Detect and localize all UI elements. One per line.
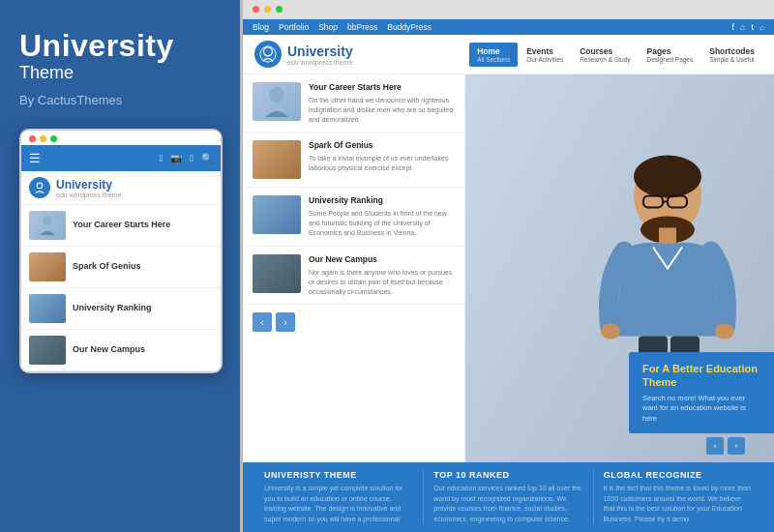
- mobile-browser-chrome: [21, 131, 221, 145]
- mobile-post-3-image: [29, 294, 66, 323]
- svg-point-3: [260, 46, 276, 62]
- svg-point-4: [269, 87, 284, 103]
- desktop-mockup: Blog Portfolio Shop bbPress BuddyPress f…: [243, 0, 774, 532]
- post-item-1: Your Career Starts Here On the other han…: [243, 74, 464, 133]
- dot-green: [50, 135, 57, 142]
- svg-point-6: [634, 156, 701, 198]
- site-toolbar: Blog Portfolio Shop bbPress BuddyPress f…: [243, 19, 774, 35]
- mobile-logo-text: University edu wordpress theme: [56, 178, 121, 198]
- post-2-thumb: [253, 140, 301, 179]
- site-logo-emblem: [254, 41, 282, 68]
- svg-point-12: [601, 324, 620, 340]
- hero-section: For A Better Education Theme Search no m…: [465, 74, 774, 462]
- toolbar-facebook-icon[interactable]: f: [732, 22, 735, 32]
- site-header: University edu wordpress theme Home All …: [243, 35, 774, 74]
- dot-red: [29, 135, 36, 142]
- mobile-post-4-image: [29, 336, 66, 365]
- toolbar-nav: Blog Portfolio Shop bbPress BuddyPress: [253, 22, 432, 32]
- posts-sidebar: Your Career Starts Here On the other han…: [243, 74, 465, 462]
- post-3-content: University Ranking Some People and Stude…: [309, 195, 455, 237]
- theme-author: By CactusThemes: [19, 93, 221, 107]
- mobile-post-4-title: Our New Campus: [73, 344, 145, 356]
- search-icon[interactable]: 🔍: [201, 153, 213, 163]
- dot-yellow: [40, 135, 46, 142]
- site-main: Your Career Starts Here On the other han…: [243, 74, 774, 462]
- next-post-button[interactable]: ›: [276, 312, 295, 332]
- browser-dot-green: [276, 6, 283, 13]
- site-logo-text: University edu wordpress theme: [287, 44, 353, 66]
- svg-point-0: [37, 183, 43, 189]
- toolbar-home-icon[interactable]: ⌂: [740, 22, 745, 32]
- post-2-content: Spark Of Genius To take a trivial exampl…: [309, 140, 455, 173]
- browser-dot-red: [253, 6, 259, 13]
- mobile-post-2-title: Spark Of Genius: [73, 261, 141, 273]
- browser-chrome: [243, 0, 774, 19]
- site-nav: Home All Sections Events Our Activities …: [469, 43, 762, 67]
- left-panel: University Theme By CactusThemes ☰  📷 …: [0, 0, 240, 532]
- theme-title: University Theme: [19, 29, 221, 89]
- nav-courses[interactable]: Courses Research & Study: [572, 43, 638, 67]
- post-item-4: Our New Campus Nor again is there anyone…: [243, 247, 464, 305]
- svg-point-13: [715, 324, 734, 340]
- hero-cta-box: For A Better Education Theme Search no m…: [629, 352, 774, 433]
- post-4-thumb: [253, 254, 301, 293]
- toolbar-buddypress[interactable]: BuddyPress: [387, 22, 432, 32]
- mobile-feed: Your Career Starts Here Spark Of Genius …: [21, 205, 221, 371]
- nav-shortcodes[interactable]: Shortcodes Simple & Useful: [701, 43, 762, 67]
- mobile-post-2: Spark Of Genius: [21, 247, 221, 288]
- mobile-logo-emblem: [29, 177, 50, 198]
- toolbar-portfolio[interactable]: Portfolio: [279, 22, 309, 32]
- slide-nav: ‹ ›: [706, 437, 745, 455]
- twitter-icon[interactable]: : [190, 153, 194, 163]
- post-3-thumb: [253, 195, 301, 234]
- mobile-post-1: Your Career Starts Here: [21, 205, 221, 247]
- post-1-content: Your Career Starts Here On the other han…: [309, 82, 455, 124]
- hamburger-icon[interactable]: ☰: [29, 151, 41, 165]
- svg-point-2: [264, 47, 273, 56]
- nav-home[interactable]: Home All Sections: [469, 43, 518, 67]
- website-content: Blog Portfolio Shop bbPress BuddyPress f…: [243, 19, 774, 532]
- site-bottom: UNIVERISTY THEME University is a simple …: [243, 462, 774, 532]
- mobile-post-3: University Ranking: [21, 288, 221, 330]
- right-panel: Blog Portfolio Shop bbPress BuddyPress f…: [240, 0, 774, 532]
- mobile-nav-bar: ☰  📷  🔍: [21, 145, 221, 171]
- mobile-nav-icons:  📷  🔍: [160, 153, 213, 163]
- slide-next-button[interactable]: ›: [728, 437, 745, 455]
- mobile-post-2-image: [29, 252, 66, 281]
- toolbar-bbpress[interactable]: bbPress: [347, 22, 377, 32]
- bottom-col-1: UNIVERISTY THEME University is a simple …: [254, 470, 424, 524]
- bottom-col-2: TOP 10 RANKED Our education services ran…: [424, 470, 593, 524]
- slide-prev-button[interactable]: ‹: [706, 437, 724, 455]
- mobile-post-3-title: University Ranking: [73, 303, 152, 314]
- bottom-col-3: GLOBAL RECOGNIZE It is the fact that thi…: [594, 470, 762, 524]
- nav-events[interactable]: Events Our Activities: [519, 43, 571, 67]
- mobile-mockup: ☰  📷  🔍 University edu wordpress theme: [19, 129, 223, 373]
- post-item-3: University Ranking Some People and Stude…: [243, 188, 464, 246]
- post-4-content: Our New Campus Nor again is there anyone…: [309, 254, 455, 296]
- mobile-post-1-title: Your Career Starts Here: [73, 220, 170, 231]
- camera-icon[interactable]: 📷: [170, 153, 182, 163]
- browser-dot-yellow: [264, 6, 271, 13]
- toolbar-social: f ⌂ t ⌕: [732, 22, 764, 32]
- post-item-2: Spark Of Genius To take a trivial exampl…: [243, 133, 464, 188]
- facebook-icon[interactable]: : [160, 153, 164, 163]
- svg-point-1: [43, 216, 52, 225]
- toolbar-search-icon[interactable]: ⌕: [759, 22, 764, 32]
- site-logo: University edu wordpress theme: [254, 41, 353, 68]
- post-1-thumb: [253, 82, 301, 121]
- toolbar-blog[interactable]: Blog: [253, 22, 269, 32]
- mobile-post-4: Our New Campus: [21, 330, 221, 371]
- prev-post-button[interactable]: ‹: [253, 312, 272, 332]
- posts-nav: ‹ ›: [243, 305, 464, 340]
- toolbar-shop[interactable]: Shop: [318, 22, 338, 32]
- nav-pages[interactable]: Pages Designed Pages: [640, 43, 701, 67]
- toolbar-twitter-icon[interactable]: t: [751, 22, 754, 32]
- mobile-post-1-image: [29, 211, 66, 240]
- mobile-logo-bar: University edu wordpress theme: [21, 171, 221, 205]
